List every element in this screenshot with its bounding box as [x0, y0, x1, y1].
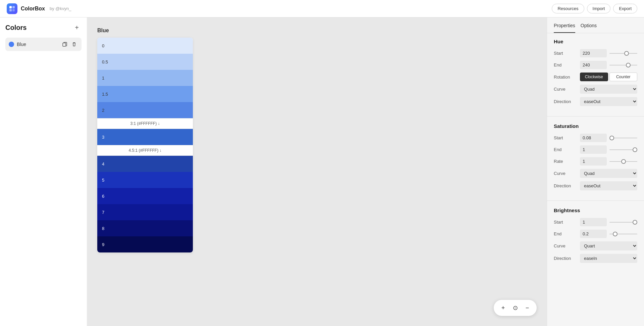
import-button[interactable]: Import [587, 4, 611, 13]
sidebar-header: Colors + [5, 23, 82, 32]
hue-end-row: End [554, 61, 637, 69]
swatch-label-6: 6 [102, 189, 104, 203]
hue-end-slider[interactable] [609, 62, 637, 68]
swatch-label-0.5: 0.5 [102, 55, 108, 69]
add-palette-button[interactable]: + [498, 302, 508, 313]
sat-start-slider[interactable] [609, 135, 637, 141]
palette-swatch-2[interactable]: 2 [97, 102, 193, 118]
sat-end-input[interactable] [580, 145, 607, 154]
sat-start-label: Start [554, 135, 577, 140]
main-layout: Colors + Blue Blue 00.511.523:1 (#FFFFFF… [0, 17, 644, 326]
sat-direction-row: Direction easeOut [554, 181, 637, 190]
palette-swatch-0.5[interactable]: 0.5 [97, 54, 193, 70]
palette-swatch-9[interactable]: 9 [97, 236, 193, 252]
target-button[interactable]: ⊙ [510, 302, 521, 313]
resources-button[interactable]: Resources [552, 4, 584, 13]
hue-start-thumb[interactable] [624, 51, 629, 56]
bri-end-slider[interactable] [609, 231, 637, 237]
sat-direction-select[interactable]: easeOut [580, 181, 637, 190]
hue-rotation-label: Rotation [554, 75, 577, 80]
bri-direction-select[interactable]: easeIn [580, 254, 637, 263]
hue-start-input[interactable] [580, 49, 607, 57]
hue-end-thumb[interactable] [626, 63, 631, 67]
export-button[interactable]: Export [613, 4, 637, 13]
svg-rect-2 [9, 9, 12, 11]
hue-end-input[interactable] [580, 61, 607, 69]
color-dot-blue [9, 42, 14, 47]
add-color-button[interactable]: + [72, 23, 82, 32]
hue-section: Hue Start End [547, 33, 644, 115]
bri-start-thumb[interactable] [633, 220, 637, 225]
sat-rate-slider[interactable] [609, 158, 637, 165]
palette-swatch-6[interactable]: 6 [97, 188, 193, 204]
palette-swatch-4[interactable]: 4 [97, 156, 193, 172]
swatch-label-1: 1 [102, 71, 104, 85]
sat-end-thumb[interactable] [633, 147, 637, 152]
color-actions [61, 40, 78, 48]
bri-end-thumb[interactable] [613, 232, 618, 236]
sat-curve-row: Curve Quad [554, 169, 637, 178]
swatch-label-9: 9 [102, 237, 104, 252]
sat-curve-select[interactable]: Quad [580, 169, 637, 178]
swatch-label-1.5: 1.5 [102, 87, 108, 101]
bri-curve-row: Curve Quart [554, 241, 637, 250]
topbar-right: Resources Import Export [552, 4, 637, 13]
hue-direction-label: Direction [554, 99, 577, 104]
swatch-label-4: 4 [102, 157, 104, 171]
sat-rate-thumb[interactable] [621, 159, 626, 164]
properties-panel: Properties Options Hue Start End [547, 17, 644, 326]
palette-swatch-7[interactable]: 7 [97, 204, 193, 220]
palette-swatch-1.5[interactable]: 1.5 [97, 86, 193, 102]
svg-rect-4 [63, 43, 66, 46]
sat-rate-input[interactable] [580, 157, 607, 166]
bri-direction-label: Direction [554, 256, 577, 261]
counter-button[interactable]: Counter [609, 73, 638, 81]
bri-end-row: End [554, 230, 637, 238]
palette-swatch-8[interactable]: 8 [97, 220, 193, 236]
contrast-bar-7: 4.5:1 (#FFFFFF) ↓ [97, 145, 193, 156]
palette-swatch-5[interactable]: 5 [97, 172, 193, 188]
clockwise-button[interactable]: Clockwise [580, 73, 608, 81]
swatch-label-7: 7 [102, 205, 104, 220]
remove-palette-button[interactable]: − [522, 302, 533, 313]
swatch-label-5: 5 [102, 173, 104, 187]
hue-rotation-row: Rotation Clockwise Counter [554, 73, 637, 81]
sat-start-input[interactable] [580, 134, 607, 142]
sat-start-thumb[interactable] [609, 136, 614, 140]
sidebar: Colors + Blue [0, 17, 87, 326]
sat-end-slider[interactable] [609, 146, 637, 153]
hue-direction-select[interactable]: easeOut [580, 97, 637, 106]
color-item-blue[interactable]: Blue [5, 38, 82, 51]
duplicate-color-button[interactable] [61, 40, 69, 48]
palette-swatch-1[interactable]: 1 [97, 70, 193, 86]
svg-rect-1 [12, 6, 15, 8]
hue-direction-row: Direction easeOut [554, 97, 637, 106]
saturation-title: Saturation [554, 123, 637, 129]
tab-properties[interactable]: Properties [554, 23, 575, 33]
sat-curve-label: Curve [554, 171, 577, 176]
sat-start-row: Start [554, 134, 637, 142]
hue-start-row: Start [554, 49, 637, 57]
tab-options[interactable]: Options [581, 23, 597, 33]
hue-end-label: End [554, 62, 577, 67]
app-logo [7, 3, 17, 14]
bri-start-label: Start [554, 220, 577, 225]
app-author: by @kvyn_ [50, 6, 71, 11]
hue-curve-select[interactable]: Quad [580, 85, 637, 94]
brightness-section: Brightness Start End [547, 202, 644, 272]
bri-start-input[interactable] [580, 218, 607, 226]
hue-start-slider[interactable] [609, 50, 637, 57]
bri-end-input[interactable] [580, 230, 607, 238]
palette-swatch-0[interactable]: 0 [97, 38, 193, 54]
palette-title: Blue [97, 28, 109, 34]
bri-start-slider[interactable] [609, 219, 637, 226]
sidebar-title: Colors [5, 24, 26, 32]
palette-swatch-3[interactable]: 3 [97, 129, 193, 145]
hue-curve-row: Curve Quad [554, 85, 637, 94]
bri-curve-select[interactable]: Quart [580, 241, 637, 250]
remove-color-button[interactable] [70, 40, 78, 48]
swatch-label-0: 0 [102, 39, 104, 53]
bottom-toolbar: + ⊙ − [494, 300, 537, 316]
sat-end-label: End [554, 147, 577, 152]
bri-curve-label: Curve [554, 243, 577, 248]
